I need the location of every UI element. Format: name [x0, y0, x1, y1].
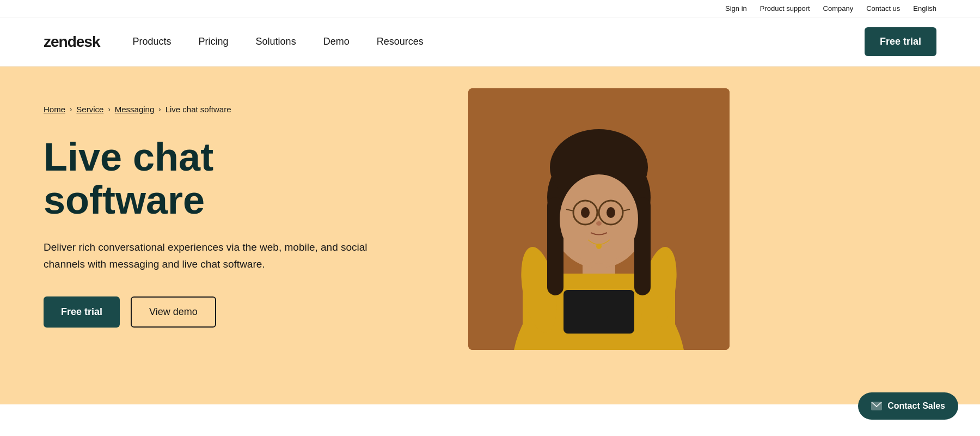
breadcrumb-service[interactable]: Service	[76, 105, 103, 114]
nav-solutions[interactable]: Solutions	[256, 36, 296, 47]
breadcrumb-sep-1: ›	[70, 105, 72, 113]
nav-pricing[interactable]: Pricing	[199, 36, 229, 47]
utility-bar: Sign in Product support Company Contact …	[0, 0, 980, 17]
sign-in-link[interactable]: Sign in	[725, 4, 747, 13]
company-link[interactable]: Company	[823, 4, 854, 13]
contact-us-link[interactable]: Contact us	[866, 4, 900, 13]
breadcrumb-sep-2: ›	[108, 105, 110, 113]
nav-products[interactable]: Products	[133, 36, 171, 47]
svg-point-18	[581, 207, 590, 218]
breadcrumb-home[interactable]: Home	[44, 105, 65, 114]
hero-section: Home › Service › Messaging › Live chat s…	[0, 66, 980, 404]
nav-demo[interactable]: Demo	[323, 36, 350, 47]
hero-free-trial-button[interactable]: Free trial	[44, 296, 120, 328]
breadcrumb-current: Live chat software	[166, 105, 231, 114]
hero-person-illustration	[468, 88, 730, 350]
hero-description: Deliver rich conversational experiences …	[44, 239, 370, 272]
main-nav: zendesk Products Pricing Solutions Demo …	[0, 17, 980, 66]
logo[interactable]: zendesk	[44, 33, 100, 51]
hero-content: Home › Service › Messaging › Live chat s…	[44, 83, 468, 328]
nav-free-trial-button[interactable]: Free trial	[865, 27, 936, 56]
nav-resources[interactable]: Resources	[377, 36, 424, 47]
language-link[interactable]: English	[913, 4, 936, 13]
hero-buttons: Free trial View demo	[44, 296, 468, 328]
contact-sales-button[interactable]: Contact Sales	[858, 392, 958, 420]
hero-image	[468, 88, 730, 350]
product-support-link[interactable]: Product support	[760, 4, 810, 13]
svg-point-12	[560, 174, 638, 264]
svg-rect-5	[564, 290, 634, 334]
nav-links: Products Pricing Solutions Demo Resource…	[133, 36, 865, 47]
svg-point-19	[607, 207, 615, 218]
breadcrumb-messaging[interactable]: Messaging	[115, 105, 155, 114]
hero-title: Live chat software	[44, 136, 370, 222]
contact-sales-label: Contact Sales	[887, 401, 945, 411]
svg-point-20	[596, 221, 602, 226]
below-fold-section: A guide to the 15 best live chat	[0, 404, 980, 436]
breadcrumb-sep-3: ›	[158, 105, 161, 113]
envelope-icon	[871, 402, 882, 410]
breadcrumb: Home › Service › Messaging › Live chat s…	[44, 105, 468, 114]
hero-view-demo-button[interactable]: View demo	[131, 296, 216, 328]
